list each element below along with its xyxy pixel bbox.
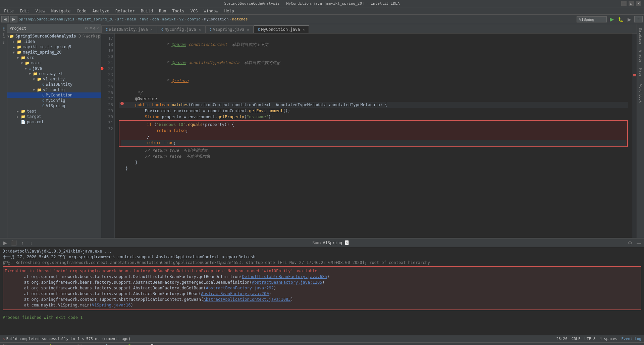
more-run-options[interactable]: ⋯ (634, 16, 643, 22)
close-run-panel[interactable]: — (635, 239, 643, 247)
link-3[interactable]: AbstractBeanFactory.java:292 (206, 286, 274, 290)
gradle-panel[interactable]: Gradle (638, 48, 643, 65)
close-tab-mycondition[interactable]: ✕ (303, 28, 305, 31)
menu-vcs[interactable]: VCS (188, 8, 201, 14)
indent-indicator[interactable]: 4 spaces (599, 337, 617, 341)
breadcrumb-item-main[interactable]: main (127, 17, 136, 21)
breadcrumb-item-config[interactable]: config (187, 17, 201, 21)
tree-java[interactable]: ▼ ☕ java (7, 66, 101, 71)
run-button[interactable]: ▶ (608, 16, 615, 23)
breadcrumb-item-java[interactable]: java (140, 17, 149, 21)
breadcrumb-item-src[interactable]: src (117, 17, 124, 21)
maven-panel[interactable]: Maven (638, 66, 643, 81)
breadcrumb-item-com[interactable]: com (152, 17, 159, 21)
menu-navigate[interactable]: Navigate (49, 8, 73, 14)
menu-run[interactable]: Run (156, 8, 169, 14)
code-line-27: } (121, 134, 626, 140)
close-tab-myconfig[interactable]: ✕ (199, 28, 201, 31)
debug-button[interactable]: 🐛 (617, 16, 624, 23)
link-1[interactable]: DefaultListableBeanFactory.java:685 (242, 274, 327, 279)
maximize-button[interactable]: □ (629, 1, 634, 6)
scroll-up-button[interactable]: ↑ (19, 239, 26, 247)
close-tab-win10entity[interactable]: ✕ (151, 28, 153, 31)
link-2[interactable]: AbstractBeanFactory.java:1205 (252, 280, 322, 285)
coverage-button[interactable]: ▶ (626, 16, 633, 23)
project-panel-header: Project ⟳ ≡ ⚙ ✕ (7, 24, 101, 33)
close-panel-icon[interactable]: ✕ (97, 26, 99, 30)
menu-refactor[interactable]: Refactor (113, 8, 138, 14)
link-4[interactable]: AbstractBeanFactory.java:200 (201, 291, 269, 296)
editor-area: C Win10Entity.java ✕ C MyConfig.java ✕ C… (101, 24, 637, 238)
wordbook-panel[interactable]: Word Book (638, 82, 643, 105)
menu-edit[interactable]: Edit (17, 8, 32, 14)
tree-root[interactable]: ▼ 📁 Spring5SourceCodeAnalysis D:\Workspa… (7, 33, 101, 39)
breadcrumb-item-module[interactable]: mayikt_spring_20 (78, 17, 113, 21)
menu-view[interactable]: View (33, 8, 48, 14)
status-right: 28:20 CRLF UTF-8 4 spaces Event Log (556, 337, 641, 341)
settings-run-button[interactable]: ⚙ (627, 239, 634, 247)
tree-commayikt[interactable]: ▼ 📁 com.mayikt (7, 71, 101, 76)
breadcrumb-item-project[interactable]: Spring5SourceCodeAnalysis (19, 17, 74, 21)
build-status: Build completed successfully in 1 s 575 … (6, 337, 131, 341)
code-content[interactable]: * @param conditionContext 获取到当前的上下文 * @p… (115, 33, 632, 238)
right-sidebar: Database Gradle Maven Word Book (637, 24, 644, 238)
close-tab-v1spring[interactable]: ✕ (247, 28, 249, 31)
run-toolbar-right: ⚙ — (627, 239, 643, 247)
tree-mycondition[interactable]: ▶ C MyCondition (7, 92, 101, 98)
event-log-link[interactable]: Event Log (621, 337, 641, 341)
run-config-dropdown[interactable]: V1Spring (577, 16, 607, 22)
scroll-down-button[interactable]: ↓ (28, 239, 35, 247)
tree-target[interactable]: ▶ 📁 target (7, 114, 101, 119)
tree-main[interactable]: ▼ 📁 main (7, 60, 101, 66)
stop-button[interactable]: ⬛ (10, 239, 17, 247)
menu-analyze[interactable]: Analyze (90, 8, 112, 14)
breadcrumb-item-v2[interactable]: v2 (179, 17, 183, 21)
minimize-button[interactable]: — (621, 1, 627, 6)
tree-v1entity[interactable]: ▼ 📁 v1.entity (7, 76, 101, 82)
tree-meite[interactable]: ▶ 📁 mayikt_meite_spring5 (7, 44, 101, 50)
scroll-gutter[interactable] (632, 33, 637, 238)
breadcrumb-item-class[interactable]: MyCondition (204, 17, 229, 21)
tree-idea[interactable]: ▶ 📁 .idea (7, 39, 101, 44)
tree-pomxml[interactable]: ▶ 📄 pom.xml (7, 119, 101, 125)
tab-myconfig[interactable]: C MyConfig.java ✕ (157, 25, 205, 33)
collapse-icon[interactable]: ≡ (90, 26, 92, 30)
close-run-tab[interactable]: ✕ (345, 240, 349, 245)
tree-win10entity[interactable]: ▶ C Win10Entity (7, 82, 101, 87)
menu-tools[interactable]: Tools (170, 8, 187, 14)
tree-test[interactable]: ▶ 📁 test (7, 109, 101, 114)
menu-build[interactable]: Build (138, 8, 156, 14)
forward-button[interactable]: ▶ (10, 16, 17, 22)
tab-mycondition[interactable]: C MyCondition.java ✕ (254, 25, 309, 33)
encoding-indicator[interactable]: UTF-8 (584, 337, 595, 341)
code-line-24: String property = environment.getPropert… (119, 114, 628, 120)
link-5[interactable]: AbstractApplicationContext.java:1083 (203, 297, 290, 302)
link-6[interactable]: V1Spring.java:16 (92, 303, 131, 307)
database-panel[interactable]: Database (638, 25, 643, 47)
tree-spring20[interactable]: ▼ 📁 mayikt_spring_20 (7, 50, 101, 55)
tab-v1spring[interactable]: C V1Spring.java ✕ (205, 25, 254, 33)
breadcrumb-item-mayikt[interactable]: mayikt (162, 17, 176, 21)
breadcrumb-item-method[interactable]: matches (232, 17, 248, 21)
tree-v2config[interactable]: ▼ 📁 v2.config (7, 87, 101, 92)
tab-win10entity[interactable]: C Win10Entity.java ✕ (101, 25, 157, 33)
tree-myconfig[interactable]: ▶ C MyConfig (7, 98, 101, 103)
rerun-button[interactable]: ▶ (1, 239, 9, 247)
close-button[interactable]: ✕ (636, 1, 641, 6)
tree-src[interactable]: ▼ 📁 src (7, 55, 101, 60)
main-layout: P Structure Project ⟳ ≡ ⚙ ✕ ▼ 📁 Spring5S… (0, 24, 644, 238)
menu-code[interactable]: Code (74, 8, 89, 14)
code-line-21: @Override (119, 96, 628, 102)
left-sidebar: P Structure (0, 24, 7, 238)
menu-file[interactable]: File (1, 8, 16, 14)
tree-v1spring[interactable]: ▶ C V1Spring (7, 103, 101, 109)
structure-icon[interactable]: Structure (1, 33, 7, 39)
editor-content: 17 18 19 20 21 22 🔴 23 24 25 26 27 28 29… (101, 33, 637, 238)
code-line-29: // return true 可以注册对象 (119, 147, 628, 153)
run-tab-name: V1Spring (323, 240, 342, 245)
back-button[interactable]: ◀ (1, 16, 9, 22)
sync-icon[interactable]: ⟳ (85, 26, 88, 30)
menu-window[interactable]: Window (201, 8, 221, 14)
menu-help[interactable]: Help (222, 8, 237, 14)
settings-icon[interactable]: ⚙ (93, 26, 96, 30)
